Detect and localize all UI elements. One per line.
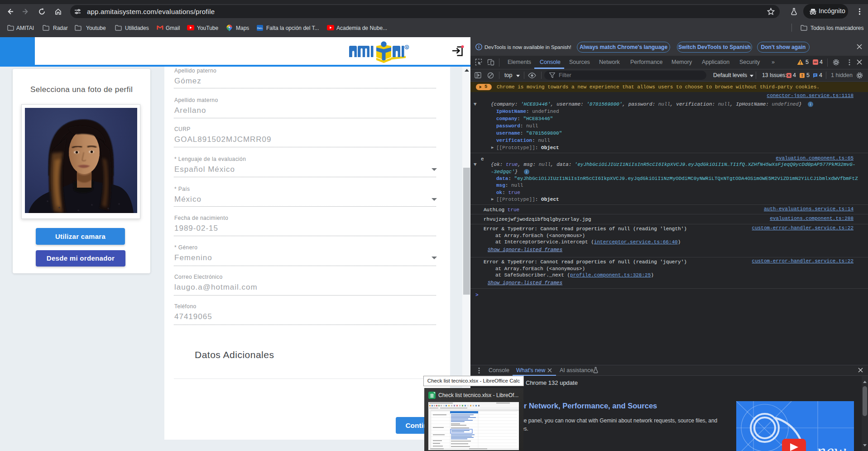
svg-text:new: new xyxy=(817,441,846,451)
svg-text:DeLL: DeLL xyxy=(257,27,263,29)
svg-text:R: R xyxy=(406,46,408,49)
